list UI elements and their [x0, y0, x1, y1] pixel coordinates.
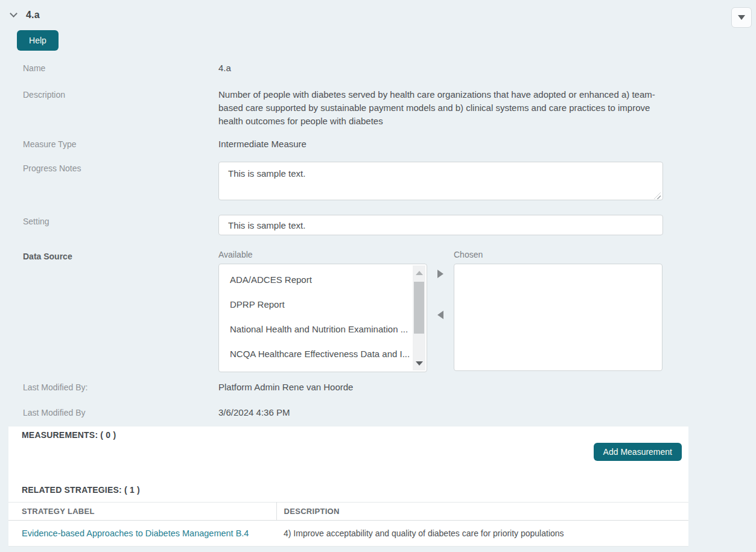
last-modified-by-name-label: Last Modified By:	[0, 381, 218, 392]
setting-input[interactable]	[218, 215, 663, 235]
form-row-setting: Setting	[0, 215, 756, 235]
form-row-last-modified-by-date: Last Modified By 3/6/2024 4:36 PM	[0, 406, 756, 419]
form-row-progress-notes: Progress Notes This is sample text.	[0, 162, 756, 203]
measure-type-label: Measure Type	[0, 138, 218, 149]
last-modified-by-date-label: Last Modified By	[0, 406, 218, 417]
data-source-label: Data Source	[0, 250, 218, 261]
description-value: Number of people with diabetes served by…	[218, 88, 663, 128]
page-title: 4.a	[26, 10, 40, 21]
chosen-label: Chosen	[454, 250, 662, 259]
measurements-toolbar: Add Measurement	[8, 443, 688, 461]
triangle-down-icon	[738, 15, 745, 20]
setting-label: Setting	[0, 215, 218, 226]
form-row-name: Name 4.a	[0, 62, 756, 75]
list-item[interactable]: National Health and Nutrition Examinatio…	[219, 317, 427, 341]
transfer-arrows	[427, 250, 454, 319]
available-list: ADA/ADCES Report DPRP Report National He…	[219, 264, 427, 366]
form-row-measure-type: Measure Type Intermediate Measure	[0, 138, 756, 151]
list-item[interactable]: NCQA Healthcare Effectiveness Data and I…	[219, 341, 427, 366]
progress-notes-textarea[interactable]: This is sample text.	[218, 162, 663, 200]
scroll-down-button[interactable]	[413, 356, 425, 370]
measurements-heading: MEASUREMENTS: ( 0 )	[8, 430, 688, 442]
list-item[interactable]: ADA/ADCES Report	[219, 267, 427, 292]
scroll-up-button[interactable]	[413, 265, 425, 280]
triangle-down-icon	[416, 361, 423, 366]
section-header: 4.a	[0, 8, 756, 22]
measure-detail-page: 4.a Help Name 4.a Description Number of …	[0, 0, 756, 547]
scrollbar-track[interactable]	[413, 280, 425, 356]
last-modified-by-date-value: 3/6/2024 4:36 PM	[218, 406, 290, 419]
description-label: Description	[0, 88, 218, 100]
related-strategies-heading: RELATED STRATEGIES: ( 1 )	[8, 485, 688, 497]
column-header-description: DESCRIPTION	[276, 503, 688, 521]
progress-notes-wrap: This is sample text.	[218, 162, 663, 203]
table-row: Evidence-based Approaches to Diabetes Ma…	[8, 521, 688, 547]
chevron-down-icon[interactable]	[10, 10, 17, 17]
strategy-description-cell: 4) Improve acceptability and quality of …	[276, 521, 688, 547]
scrollbar[interactable]	[413, 265, 425, 370]
move-right-button[interactable]	[437, 270, 443, 278]
chosen-column: Chosen	[454, 250, 662, 371]
form-row-description: Description Number of people with diabet…	[0, 88, 756, 128]
progress-notes-label: Progress Notes	[0, 162, 218, 173]
measurements-strategies-panel: MEASUREMENTS: ( 0 ) Add Measurement RELA…	[8, 427, 688, 547]
help-button[interactable]: Help	[17, 30, 59, 51]
triangle-up-icon	[416, 271, 423, 275]
name-value: 4.a	[218, 62, 231, 75]
scrollbar-thumb[interactable]	[414, 282, 424, 334]
list-item[interactable]: DPRP Report	[219, 292, 427, 317]
data-source-duallist: Available ADA/ADCES Report DPRP Report N…	[218, 250, 662, 372]
panel-toggle-button[interactable]	[731, 7, 752, 28]
column-header-strategy-label: STRATEGY LABEL	[8, 503, 276, 521]
add-measurement-button[interactable]: Add Measurement	[594, 443, 682, 461]
form-row-data-source: Data Source Available ADA/ADCES Report D…	[0, 250, 756, 372]
related-strategies-table: STRATEGY LABEL DESCRIPTION Evidence-base…	[8, 502, 688, 547]
strategy-label-cell: Evidence-based Approaches to Diabetes Ma…	[8, 521, 276, 547]
available-listbox[interactable]: ADA/ADCES Report DPRP Report National He…	[218, 264, 427, 372]
name-label: Name	[0, 62, 218, 73]
chosen-listbox[interactable]	[454, 264, 662, 371]
measure-type-value: Intermediate Measure	[218, 138, 307, 151]
table-header-row: STRATEGY LABEL DESCRIPTION	[8, 503, 688, 521]
strategy-link[interactable]: Evidence-based Approaches to Diabetes Ma…	[22, 528, 249, 538]
available-label: Available	[218, 250, 427, 259]
move-left-button[interactable]	[437, 311, 443, 319]
form-row-last-modified-by-name: Last Modified By: Platform Admin Rene va…	[0, 381, 756, 394]
available-column: Available ADA/ADCES Report DPRP Report N…	[218, 250, 427, 372]
last-modified-by-name-value: Platform Admin Rene van Hoorde	[218, 381, 353, 394]
